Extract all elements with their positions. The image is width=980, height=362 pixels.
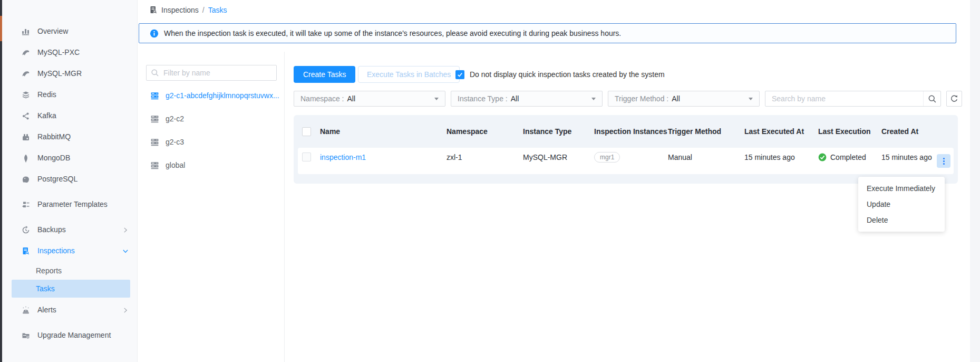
redis-stack-icon — [21, 91, 30, 100]
kafka-nodes-icon — [21, 112, 30, 121]
sidebar-item-label: MongoDB — [37, 154, 129, 163]
column-header-instance-type[interactable]: Instance Type — [523, 127, 594, 136]
sidebar-subitem-tasks[interactable]: Tasks — [12, 280, 130, 298]
sidebar-item-parameter-templates[interactable]: Parameter Templates — [2, 190, 137, 220]
sidebar-item-inspections[interactable]: Inspections — [2, 241, 137, 262]
sidebar-subitem-label: Tasks — [36, 284, 55, 293]
top-bar: Inspections / Tasks — [138, 0, 970, 20]
sidebar-item-mysql-pxc[interactable]: MySQL-PXC — [2, 42, 137, 63]
breadcrumb: Inspections / Tasks — [149, 0, 227, 20]
namespace-dropdown-label: Namespace : — [300, 94, 344, 103]
cell-inspection-instances: mgr1 — [594, 152, 668, 163]
cell-namespace: zxl-1 — [447, 153, 523, 161]
sidebar-item-upgrade-management[interactable]: Upgrade Management — [2, 321, 137, 350]
caret-down-icon — [591, 98, 596, 100]
info-icon — [150, 29, 159, 38]
completed-check-icon — [818, 153, 827, 161]
inspections-doc-icon — [149, 6, 158, 14]
cluster-item-label: g2-c3 — [166, 138, 184, 146]
refresh-button[interactable] — [946, 91, 962, 107]
column-header-last-executed-at[interactable]: Last Executed At — [744, 127, 818, 136]
cluster-item-g2-c3[interactable]: g2-c3 — [138, 130, 284, 154]
column-header-last-execution[interactable]: Last Execution — [818, 127, 881, 136]
breadcrumb-current[interactable]: Tasks — [208, 6, 227, 14]
hide-system-tasks-label: Do not display quick inspection tasks cr… — [470, 70, 665, 79]
checkbox-checked-icon[interactable] — [455, 70, 464, 79]
cluster-item-g2-c1[interactable]: g2-c1-abcdefghijklmnopqrstuvwx... — [138, 84, 284, 107]
inspections-icon — [21, 247, 30, 256]
cluster-item-label: g2-c1-abcdefghijklmnopqrstuvwx... — [166, 91, 279, 100]
cluster-item-label: global — [166, 161, 185, 169]
bar-chart-icon — [21, 27, 30, 36]
cluster-item-global[interactable]: global — [138, 154, 284, 177]
sidebar-item-label: PostgreSQL — [37, 175, 129, 184]
server-icon — [150, 138, 159, 147]
sidebar-item-alerts[interactable]: Alerts — [2, 300, 137, 321]
rabbitmq-icon — [21, 133, 30, 142]
server-icon — [150, 115, 159, 123]
sidebar-item-label: Backups — [37, 225, 115, 235]
column-header-created-at[interactable]: Created At — [881, 127, 949, 136]
search-input[interactable] — [765, 94, 923, 103]
breadcrumb-separator: / — [202, 6, 205, 14]
cluster-list: g2-c1-abcdefghijklmnopqrstuvwx... g2-c2 … — [138, 84, 284, 177]
column-header-name[interactable]: Name — [320, 127, 447, 136]
trigger-method-dropdown-value: All — [672, 94, 680, 103]
select-all-checkbox[interactable] — [302, 127, 311, 136]
sidebar-item-postgresql[interactable]: PostgreSQL — [2, 169, 137, 190]
search-icon[interactable] — [923, 91, 940, 106]
cell-trigger-method: Manual — [668, 153, 744, 161]
column-header-namespace[interactable]: Namespace — [447, 127, 523, 136]
sidebar-item-label: Upgrade Management — [37, 331, 129, 340]
sidebar-item-label: MySQL-PXC — [37, 48, 129, 58]
mysql-dolphin-icon — [21, 70, 30, 79]
cluster-item-g2-c2[interactable]: g2-c2 — [138, 107, 284, 130]
sidebar-item-backups[interactable]: Backups — [2, 220, 137, 241]
sidebar-item-label: Overview — [37, 27, 129, 36]
sidebar-item-redis[interactable]: Redis — [2, 84, 137, 106]
trigger-method-dropdown[interactable]: Trigger Method : All — [608, 91, 760, 107]
sidebar-item-mysql-mgr[interactable]: MySQL-MGR — [2, 63, 137, 84]
sidebar-item-label: MySQL-MGR — [37, 69, 129, 79]
sidebar-item-label: RabbitMQ — [37, 132, 129, 142]
namespace-dropdown-value: All — [347, 94, 355, 103]
parameter-templates-icon — [21, 201, 30, 209]
cell-last-executed-at: 15 minutes ago — [744, 153, 818, 161]
row-actions-button[interactable] — [937, 154, 950, 168]
sidebar-item-label: Inspections — [37, 246, 115, 256]
trigger-method-dropdown-label: Trigger Method : — [615, 94, 668, 103]
status-text: Completed — [830, 153, 866, 161]
info-banner: When the inspection task is executed, it… — [139, 23, 956, 43]
sidebar-item-rabbitmq[interactable]: RabbitMQ — [2, 127, 137, 148]
sidebar: Overview MySQL-PXC MySQL-MGR Redis Kafka… — [2, 0, 138, 362]
cell-instance-type: MySQL-MGR — [523, 153, 594, 161]
menu-item-execute-immediately[interactable]: Execute Immediately — [858, 180, 945, 196]
sidebar-item-mongodb[interactable]: MongoDB — [2, 148, 137, 169]
menu-item-update[interactable]: Update — [858, 196, 945, 212]
menu-item-delete[interactable]: Delete — [858, 212, 945, 228]
create-tasks-button[interactable]: Create Tasks — [294, 66, 355, 83]
sidebar-subitem-reports[interactable]: Reports — [2, 262, 137, 280]
instance-type-dropdown-value: All — [511, 94, 519, 103]
sidebar-item-overview[interactable]: Overview — [2, 21, 137, 42]
sidebar-item-kafka[interactable]: Kafka — [2, 106, 137, 127]
info-banner-text: When the inspection task is executed, it… — [164, 29, 621, 37]
sidebar-item-label: Parameter Templates — [37, 200, 129, 209]
cluster-filter-input[interactable] — [146, 65, 277, 81]
search-icon — [151, 69, 159, 77]
column-header-inspection-instances[interactable]: Inspection Instances — [594, 127, 668, 136]
task-name-link[interactable]: inspection-m1 — [320, 153, 447, 161]
namespace-dropdown[interactable]: Namespace : All — [294, 91, 445, 107]
mongodb-leaf-icon — [21, 154, 30, 163]
right-page-strip — [970, 0, 980, 362]
refresh-icon — [950, 94, 958, 103]
instance-type-dropdown[interactable]: Instance Type : All — [451, 91, 603, 107]
instance-type-dropdown-label: Instance Type : — [458, 94, 508, 103]
execute-tasks-in-batches-button[interactable]: Execute Tasks in Batches — [358, 66, 460, 83]
column-header-trigger-method[interactable]: Trigger Method — [668, 127, 744, 136]
instance-badge: mgr1 — [594, 152, 620, 163]
row-checkbox[interactable] — [302, 153, 311, 161]
table-row: inspection-m1 zxl-1 MySQL-MGR mgr1 Manua… — [298, 148, 954, 174]
cluster-filter — [146, 65, 277, 81]
hide-system-tasks-checkbox-row[interactable]: Do not display quick inspection tasks cr… — [455, 66, 665, 83]
